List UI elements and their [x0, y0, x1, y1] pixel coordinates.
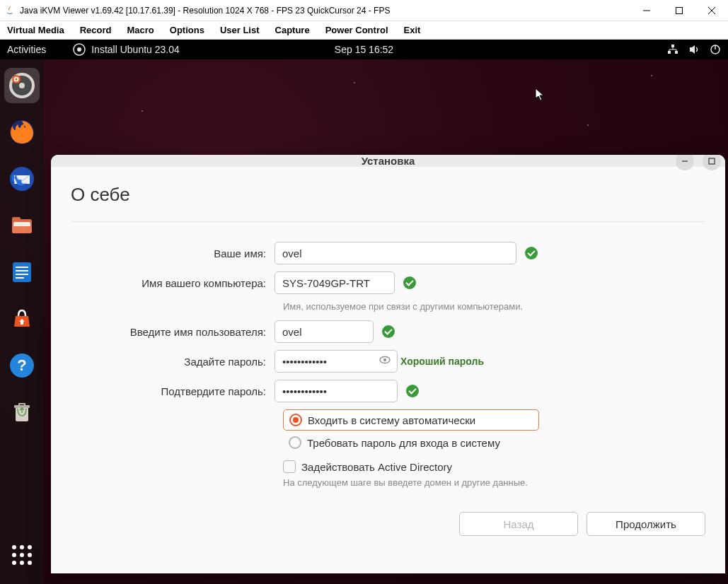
- java-menubar: Virtual Media Record Macro Options User …: [0, 21, 728, 40]
- java-icon: [4, 5, 16, 16]
- dock-trash[interactable]: [4, 395, 40, 430]
- ad-hint: На следующем шаге вы введете домен и дру…: [283, 477, 705, 488]
- svg-rect-8: [675, 51, 678, 54]
- eye-icon[interactable]: [379, 354, 392, 368]
- check-icon: [525, 247, 538, 259]
- menu-exit[interactable]: Exit: [404, 25, 421, 35]
- network-icon: [667, 44, 678, 55]
- ubuntu-dock: ?: [0, 59, 44, 584]
- svg-rect-25: [12, 217, 21, 221]
- remote-screen: Activities Install Ubuntu 23.04 Sep 15 1…: [0, 40, 728, 584]
- minimize-button[interactable]: [630, 0, 663, 21]
- divider: [71, 221, 705, 222]
- power-icon: [710, 44, 721, 55]
- input-confirm-password[interactable]: [275, 380, 398, 402]
- app-indicator[interactable]: Install Ubuntu 23.04: [73, 43, 180, 56]
- check-icon: [382, 325, 395, 338]
- gnome-topbar: Activities Install Ubuntu 23.04 Sep 15 1…: [0, 40, 728, 59]
- system-tray[interactable]: [667, 44, 721, 55]
- label-username: Введите имя пользователя:: [71, 326, 275, 338]
- cursor-icon: [535, 88, 546, 102]
- checkbox-active-directory[interactable]: Задействовать Active Directory: [283, 460, 705, 473]
- installer-titlebar[interactable]: Установка: [51, 155, 725, 167]
- dock-help[interactable]: ?: [4, 348, 40, 383]
- continue-button[interactable]: Продолжить: [587, 512, 705, 536]
- svg-rect-27: [12, 226, 32, 233]
- windows-titlebar: Java iKVM Viewer v1.69.42 [10.17.61.39] …: [0, 0, 728, 21]
- check-icon: [403, 276, 416, 289]
- svg-rect-30: [16, 270, 28, 271]
- svg-point-5: [77, 47, 81, 52]
- label-confirm: Подтвердите пароль:: [71, 385, 275, 397]
- back-button[interactable]: Назад: [459, 512, 578, 536]
- close-button[interactable]: [695, 0, 728, 21]
- app-name: Install Ubuntu 23.04: [91, 44, 180, 55]
- radio-icon: [289, 414, 302, 426]
- activities-button[interactable]: Activities: [7, 44, 46, 55]
- menu-user-list[interactable]: User List: [220, 25, 260, 35]
- checkbox-icon: [283, 460, 296, 473]
- hostname-hint: Имя, используемое при связи с другими ко…: [283, 301, 705, 312]
- svg-rect-6: [671, 45, 674, 47]
- installer-maximize[interactable]: [703, 155, 721, 170]
- dock-writer[interactable]: [4, 255, 40, 290]
- radio-require-password[interactable]: Требовать пароль для входа в систему: [283, 432, 705, 453]
- svg-rect-28: [13, 262, 31, 282]
- installer-minimize[interactable]: [676, 155, 694, 170]
- input-hostname[interactable]: [275, 271, 395, 294]
- input-username[interactable]: [275, 320, 374, 343]
- check-icon: [406, 385, 419, 397]
- dock-files[interactable]: [4, 208, 40, 243]
- svg-rect-38: [709, 158, 715, 164]
- svg-rect-1: [676, 7, 683, 13]
- window-title: Java iKVM Viewer v1.69.42 [10.17.61.39] …: [20, 6, 630, 16]
- clock[interactable]: Sep 15 16:52: [335, 44, 393, 55]
- label-name: Ваше имя:: [71, 247, 275, 259]
- volume-icon: [688, 44, 700, 55]
- svg-point-40: [383, 358, 386, 361]
- menu-power-control[interactable]: Power Control: [325, 25, 388, 35]
- menu-options[interactable]: Options: [170, 25, 204, 35]
- svg-marker-13: [690, 45, 695, 54]
- svg-text:?: ?: [17, 356, 26, 374]
- menu-record[interactable]: Record: [80, 25, 112, 35]
- dock-installer[interactable]: [4, 68, 40, 103]
- dock-thunderbird[interactable]: [4, 161, 40, 197]
- svg-rect-29: [16, 267, 28, 268]
- svg-rect-7: [668, 51, 671, 54]
- svg-point-21: [16, 78, 18, 81]
- menu-capture[interactable]: Capture: [275, 25, 310, 35]
- svg-rect-32: [16, 277, 24, 279]
- dock-show-apps[interactable]: [4, 537, 40, 573]
- installer-title: Установка: [362, 155, 415, 167]
- dock-firefox[interactable]: [4, 115, 40, 150]
- installer-window: Установка О себе Ваше имя: Имя вашего ко…: [51, 155, 725, 573]
- ad-label: Задействовать Active Directory: [301, 461, 452, 473]
- page-heading: О себе: [71, 184, 705, 206]
- radio-icon: [289, 436, 301, 449]
- radio-auto-login[interactable]: Входить в систему автоматически: [283, 409, 539, 431]
- radio-require-label: Требовать пароль для входа в систему: [307, 437, 500, 449]
- svg-point-18: [19, 83, 25, 88]
- menu-virtual-media[interactable]: Virtual Media: [7, 25, 64, 35]
- maximize-button[interactable]: [663, 0, 695, 21]
- input-name[interactable]: [275, 242, 516, 264]
- dock-software[interactable]: [4, 301, 40, 337]
- label-password: Задайте пароль:: [71, 356, 275, 368]
- svg-rect-31: [16, 274, 28, 275]
- password-strength: Хороший пароль: [400, 356, 484, 367]
- label-hostname: Имя вашего компьютера:: [71, 277, 275, 289]
- radio-auto-label: Входить в систему автоматически: [308, 414, 475, 426]
- menu-macro[interactable]: Macro: [127, 25, 154, 35]
